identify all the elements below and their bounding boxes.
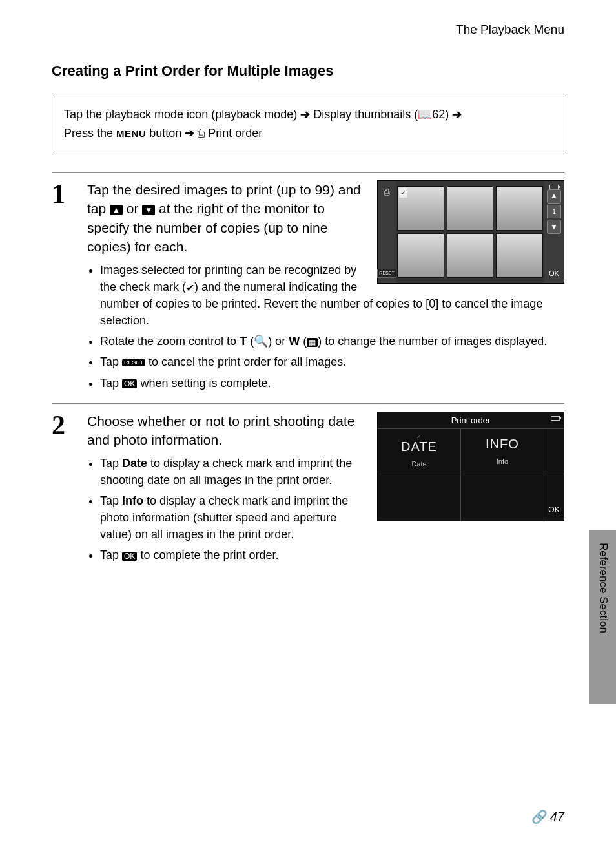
bullet: Rotate the zoom control to T (🔍) or W (▦… (100, 333, 564, 350)
print-icon: ⎙ (384, 186, 389, 199)
blank-cell (378, 474, 461, 521)
text: when setting is complete. (137, 377, 271, 390)
print-order-icon: ⎙ (198, 127, 208, 140)
side-section-label: Reference Section (597, 543, 610, 633)
ok-button[interactable]: OK (549, 269, 559, 278)
thumbnail[interactable] (397, 186, 444, 231)
magnify-icon: 🔍 (254, 335, 268, 348)
manual-ref-icon: 📖 (418, 105, 432, 124)
info-sub-label: Info (497, 457, 508, 466)
page-number: 🔗 47 (531, 809, 564, 824)
reset-icon: RESET (122, 359, 145, 366)
step-lead-text: Choose whether or not to print shooting … (87, 414, 354, 448)
copy-count: 1 (547, 205, 561, 218)
header-section: The Playback Menu (52, 23, 564, 37)
text: ) to change the number of images display… (318, 335, 547, 348)
ok-icon: OK (122, 379, 137, 388)
up-arrow-button[interactable]: ▲ (547, 189, 561, 204)
blank-cell (461, 474, 544, 521)
step-number: 2 (52, 412, 71, 568)
text: Tap (100, 355, 122, 368)
step-2: 2 Print order ✓ DATE Date INFO Info (52, 412, 564, 568)
text: Tap (100, 494, 122, 507)
date-sub-label: Date (411, 459, 426, 469)
text: Tap (100, 549, 122, 561)
arrow-right-icon: ➔ (300, 108, 310, 121)
page-section-icon: 🔗 (531, 809, 548, 824)
text: ) or (268, 335, 289, 348)
screen-title: Print order (451, 415, 491, 425)
text: ( (247, 335, 254, 348)
thumbnail[interactable] (397, 233, 444, 278)
battery-icon (549, 185, 559, 189)
divider (52, 403, 564, 404)
back-icon[interactable] (551, 416, 560, 421)
divider (52, 172, 564, 173)
checkmark-icon: ✔ (186, 280, 194, 295)
up-triangle-icon: ▲ (110, 205, 123, 215)
page-title: Creating a Print Order for Multiple Imag… (52, 63, 564, 79)
date-option[interactable]: ✓ DATE Date (378, 429, 461, 474)
ok-button[interactable]: OK (544, 474, 564, 521)
screenshot-select-images: ⎙ RESET ▲ 1 ▼ OK (377, 180, 564, 284)
zoom-w-label: W (289, 335, 300, 348)
ok-icon: OK (122, 552, 137, 561)
thumbnail[interactable] (496, 186, 543, 231)
arrow-right-icon: ➔ (452, 108, 462, 121)
text: to cancel the print order for all images… (145, 355, 346, 368)
info-big-label: INFO (486, 435, 519, 453)
screenshot-print-order: Print order ✓ DATE Date INFO Info (377, 412, 564, 521)
step-number: 1 (52, 180, 71, 395)
spacer (544, 429, 564, 474)
menu-button-label: MENU (116, 128, 146, 139)
bullet: Tap OK when setting is complete. (100, 375, 564, 392)
nav-text: Press the (64, 127, 116, 140)
text: Rotate the zoom control to (100, 335, 240, 348)
bullet: Tap OK to complete the print order. (100, 547, 564, 563)
page-number-value: 47 (550, 810, 564, 824)
date-big-label: DATE (401, 437, 437, 456)
info-bold: Info (122, 494, 143, 507)
text: Tap (100, 457, 122, 470)
down-arrow-button[interactable]: ▼ (547, 220, 561, 234)
thumbnail[interactable] (447, 186, 494, 231)
text: Tap (100, 377, 122, 390)
info-option[interactable]: INFO Info (461, 429, 544, 474)
nav-ref-num: 62) (432, 108, 452, 121)
step-lead-text: Tap the desired images to print (up to 9… (87, 182, 361, 255)
date-bold: Date (122, 457, 147, 470)
thumbnail-grid[interactable] (396, 185, 544, 279)
zoom-t-label: T (240, 335, 247, 348)
down-triangle-icon: ▼ (142, 205, 155, 215)
nav-text: Display thumbnails ( (313, 108, 418, 121)
thumbnail[interactable] (447, 233, 494, 278)
text: at the right of the monitor to specify t… (87, 201, 327, 254)
text: to complete the print order. (137, 549, 278, 561)
thumbnail[interactable] (496, 233, 543, 278)
text: ( (300, 335, 307, 348)
reset-button[interactable]: RESET (377, 269, 396, 278)
thumbnail-grid-icon: ▦ (307, 338, 318, 347)
arrow-right-icon: ➔ (185, 127, 194, 140)
navigation-path-box: Tap the playback mode icon (playback mod… (52, 96, 564, 152)
nav-text: Tap the playback mode icon (playback mod… (64, 108, 300, 121)
step-1: 1 ⎙ RESET ▲ 1 ▼ (52, 180, 564, 395)
nav-text: button (149, 127, 185, 140)
nav-text: Print order (208, 127, 262, 140)
bullet: Tap RESET to cancel the print order for … (100, 353, 564, 370)
text: or (127, 201, 143, 216)
